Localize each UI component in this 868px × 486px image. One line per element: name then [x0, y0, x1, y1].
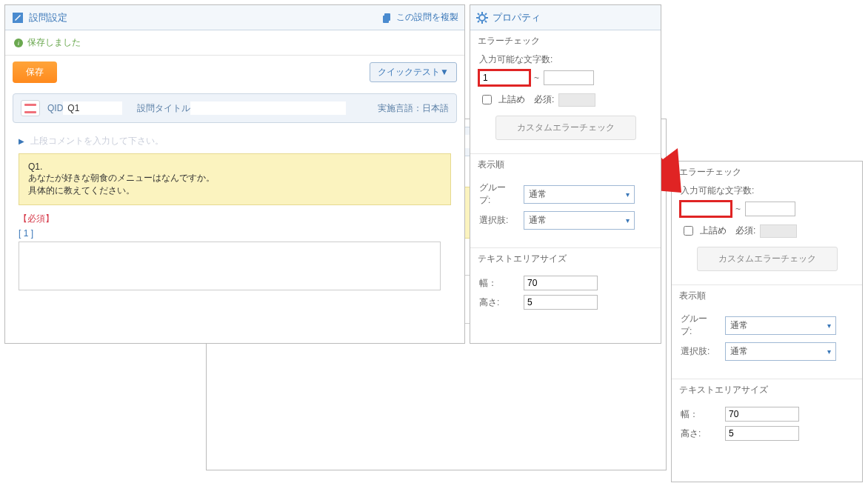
group-label: グループ:	[681, 313, 718, 338]
choice-value: 通常	[730, 345, 748, 358]
height-input[interactable]	[524, 295, 598, 310]
svg-line-8	[478, 13, 479, 15]
display-order-title: 表示順	[672, 285, 862, 302]
q-line2: 具体的に教えてください。	[28, 184, 441, 197]
property-panel: プロパティ エラーチェック 入力可能な文字数: ~ 上詰め 必須: カスタムエラ…	[470, 4, 661, 344]
q-number: Q1.	[28, 162, 441, 172]
lang-value: 日本語	[422, 102, 449, 115]
chevron-down-icon: ▾	[626, 216, 630, 224]
qid-label: QID	[47, 103, 63, 113]
question-box: Q1. あなたが好きな朝食のメニューはなんですか。 具体的に教えてください。	[19, 153, 451, 205]
copy-icon	[381, 12, 393, 24]
saved-notice: i 保存しました	[5, 30, 464, 56]
group-label: グループ:	[479, 182, 516, 207]
tilde: ~	[534, 73, 539, 83]
main-panel: 設問設定 この設問を複製 i 保存しました 保存 クイックテスト▼ QID 設問…	[4, 4, 465, 344]
display-order-title: 表示順	[470, 154, 661, 171]
char-limit-label: 入力可能な文字数:	[681, 184, 853, 197]
textarea-size-title: テキストエリアサイズ	[672, 379, 862, 396]
info-icon: i	[14, 39, 23, 47]
required-value-box	[558, 93, 595, 107]
required-label: 【必須】	[19, 213, 451, 225]
gear-icon	[476, 12, 488, 24]
top-align-label: 上詰め	[498, 93, 525, 106]
choice-select[interactable]: 通常 ▾	[725, 342, 836, 361]
chevron-down-icon: ▾	[626, 190, 630, 199]
tilde: ~	[735, 204, 741, 214]
back-property-panel: エラーチェック 入力可能な文字数: ~ 上詰め 必須: カスタムエラーチェック …	[671, 161, 863, 482]
title-label: 設問タイトル	[137, 102, 190, 115]
save-button[interactable]: 保存	[13, 61, 57, 83]
bracket-number: [ 1 ]	[19, 228, 451, 239]
char-min-input[interactable]	[479, 70, 530, 85]
height-label: 高さ:	[681, 427, 718, 440]
custom-error-check-button[interactable]: カスタムエラーチェック	[697, 247, 838, 271]
svg-rect-2	[383, 16, 389, 23]
top-comment-hint: 上段コメントを入力して下さい。	[30, 135, 164, 147]
title-input[interactable]	[190, 101, 346, 115]
group-select[interactable]: 通常 ▾	[524, 185, 635, 204]
req-label: 必須:	[735, 224, 755, 237]
width-input[interactable]	[524, 276, 598, 290]
error-check-title: エラーチェック	[470, 30, 661, 47]
top-align-checkbox[interactable]	[684, 226, 693, 236]
choice-select[interactable]: 通常 ▾	[524, 211, 635, 230]
group-value: 通常	[730, 319, 748, 332]
saved-msg: 保存しました	[27, 36, 81, 49]
edit-icon	[11, 11, 24, 24]
quicktest-button[interactable]: クイックテスト▼	[370, 62, 457, 82]
textarea-size-title: テキストエリアサイズ	[470, 248, 661, 265]
panel-title: 設問設定	[29, 11, 67, 24]
qid-input[interactable]	[63, 101, 122, 115]
lang-label: 実施言語：	[378, 102, 422, 115]
svg-line-10	[485, 13, 487, 15]
char-max-input[interactable]	[745, 202, 795, 216]
qid-icon	[21, 100, 40, 116]
width-input[interactable]	[725, 407, 799, 422]
property-title: プロパティ	[493, 11, 541, 24]
error-check-title: エラーチェック	[672, 162, 862, 179]
height-label: 高さ:	[479, 296, 516, 309]
copy-label: この設問を複製	[396, 11, 458, 24]
choice-label: 選択肢:	[681, 345, 718, 358]
svg-point-3	[479, 15, 485, 21]
chevron-down-icon: ▾	[827, 347, 831, 356]
char-min-input[interactable]	[681, 202, 731, 216]
top-align-label: 上詰め	[700, 224, 727, 237]
group-value: 通常	[529, 188, 547, 201]
char-max-input[interactable]	[544, 70, 594, 85]
group-select[interactable]: 通常 ▾	[725, 316, 836, 335]
svg-line-11	[478, 21, 479, 22]
choice-value: 通常	[529, 214, 547, 227]
svg-line-9	[485, 21, 487, 22]
char-limit-label: 入力可能な文字数:	[479, 53, 652, 66]
req-label: 必須:	[534, 93, 554, 106]
q-line1: あなたが好きな朝食のメニューはなんですか。	[28, 172, 441, 184]
required-value-box	[760, 224, 797, 238]
height-input[interactable]	[725, 426, 799, 441]
top-align-checkbox[interactable]	[482, 95, 492, 104]
chevron-down-icon: ▾	[827, 322, 831, 330]
copy-question-button[interactable]: この設問を複製	[381, 11, 458, 24]
custom-error-check-button[interactable]: カスタムエラーチェック	[495, 116, 636, 140]
triangle-icon: ▶	[19, 137, 24, 145]
width-label: 幅：	[681, 408, 718, 421]
answer-textarea[interactable]	[19, 242, 441, 290]
width-label: 幅：	[479, 277, 516, 290]
choice-label: 選択肢:	[479, 214, 516, 227]
